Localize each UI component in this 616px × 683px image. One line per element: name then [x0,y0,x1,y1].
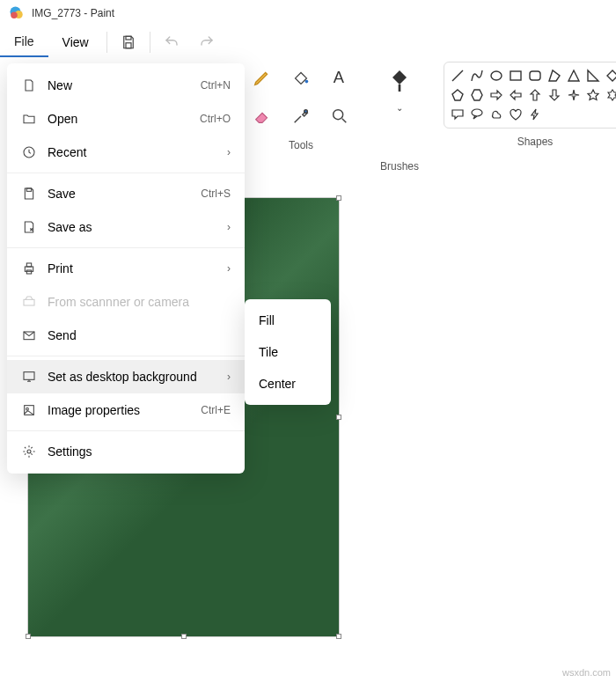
center-submenu-item[interactable]: Center [245,368,331,400]
save-menu-item[interactable]: Save Ctrl+S [7,177,245,210]
menu-label: Recent [48,145,86,159]
star6-shape-icon[interactable] [605,87,616,103]
file-tab[interactable]: File [0,27,48,57]
menu-shortcut: Ctrl+O [200,113,231,125]
menu-separator [106,32,107,53]
lightning-shape-icon[interactable] [527,106,543,122]
svg-rect-15 [26,188,31,191]
folder-open-icon [21,111,37,127]
shapes-label: Shapes [517,136,554,148]
star4-shape-icon[interactable] [566,87,582,103]
roundrect-shape-icon[interactable] [527,68,543,84]
fill-tool-icon[interactable] [285,62,317,93]
polygon-shape-icon[interactable] [546,68,562,84]
set-desktop-background-menu-item[interactable]: Set as desktop background › [7,360,245,393]
save-as-menu-item[interactable]: Save as › [7,210,245,244]
arrow-left-shape-icon[interactable] [508,87,524,103]
menu-label: From scannner or camera [48,295,189,309]
chevron-right-icon: › [227,146,231,158]
diamond-shape-icon[interactable] [605,68,616,84]
callout-cloud-shape-icon[interactable] [488,106,504,122]
menu-label: Save as [48,220,92,234]
open-menu-item[interactable]: Open Ctrl+O [7,102,245,136]
menu-bar: File View [0,26,616,58]
chevron-down-icon: ⌄ [396,103,403,113]
window-title: IMG_2773 - Paint [32,7,114,19]
arrow-up-shape-icon[interactable] [527,87,543,103]
save-icon [21,186,37,202]
tools-group: A Tools [246,62,356,151]
brushes-label: Brushes [380,160,419,173]
right-triangle-shape-icon[interactable] [585,68,601,84]
svg-text:A: A [334,68,345,86]
callout-round-shape-icon[interactable] [469,106,485,122]
rect-shape-icon[interactable] [508,68,524,84]
send-icon [21,327,37,343]
print-menu-item[interactable]: Print › [7,252,245,285]
new-menu-item[interactable]: New Ctrl+N [7,69,245,102]
text-tool-icon[interactable]: A [324,62,356,93]
svg-point-23 [26,408,29,410]
menu-separator [150,32,150,53]
desktop-background-submenu: Fill Tile Center [245,299,331,405]
brush-dropdown[interactable] [382,62,417,100]
pentagon-shape-icon[interactable] [450,87,466,103]
oval-shape-icon[interactable] [488,68,504,84]
eraser-tool-icon[interactable] [246,100,278,132]
shapes-group: Shapes [444,62,616,148]
save-button[interactable] [111,26,146,58]
menu-divider [7,173,245,173]
clock-icon [21,144,37,160]
selection-handle[interactable] [336,634,341,639]
line-shape-icon[interactable] [450,68,466,84]
scanner-icon [21,294,37,310]
curve-shape-icon[interactable] [469,68,485,84]
settings-menu-item[interactable]: Settings [7,435,245,468]
svg-point-10 [491,71,502,80]
redo-button[interactable] [189,26,224,58]
send-menu-item[interactable]: Send [7,319,245,352]
menu-divider [7,356,245,356]
file-menu-dropdown: New Ctrl+N Open Ctrl+O Recent › Save Ctr… [7,63,245,474]
arrow-right-shape-icon[interactable] [488,87,504,103]
hexagon-shape-icon[interactable] [469,87,485,103]
selection-handle[interactable] [26,634,31,639]
shapes-palette[interactable] [444,62,616,129]
magnifier-tool-icon[interactable] [324,100,356,132]
selection-handle[interactable] [336,195,341,201]
image-properties-menu-item[interactable]: Image properties Ctrl+E [7,393,245,427]
selection-handle[interactable] [336,415,341,420]
pencil-tool-icon[interactable] [246,62,278,93]
scanner-menu-item: From scannner or camera [7,285,245,319]
recent-menu-item[interactable]: Recent › [7,136,245,169]
fill-submenu-item[interactable]: Fill [245,305,331,336]
picker-tool-icon[interactable] [285,100,317,132]
menu-shortcut: Ctrl+N [201,79,231,92]
svg-point-2 [11,12,18,19]
view-tab[interactable]: View [48,28,103,56]
menu-shortcut: Ctrl+E [201,404,231,416]
chevron-right-icon: › [227,371,231,383]
star5-shape-icon[interactable] [585,87,601,103]
menu-label: Open [48,112,77,126]
triangle-shape-icon[interactable] [566,68,582,84]
undo-button[interactable] [154,26,189,58]
menu-label: Save [48,187,76,201]
menu-label: Image properties [48,403,140,417]
selection-handle[interactable] [181,634,187,639]
chevron-right-icon: › [227,262,231,275]
callout-rect-shape-icon[interactable] [450,106,466,122]
menu-label: Settings [48,444,92,459]
tile-submenu-item[interactable]: Tile [245,336,331,368]
arrow-down-shape-icon[interactable] [546,87,562,103]
menu-divider [7,247,245,248]
brushes-group: ⌄ Brushes [380,62,419,173]
heart-shape-icon[interactable] [508,106,524,122]
properties-icon [21,402,37,418]
desktop-icon [21,369,37,385]
menu-label: New [48,78,72,92]
printer-icon [21,261,37,276]
paint-app-icon [9,5,25,21]
save-as-icon [21,219,37,235]
svg-line-9 [452,70,463,81]
